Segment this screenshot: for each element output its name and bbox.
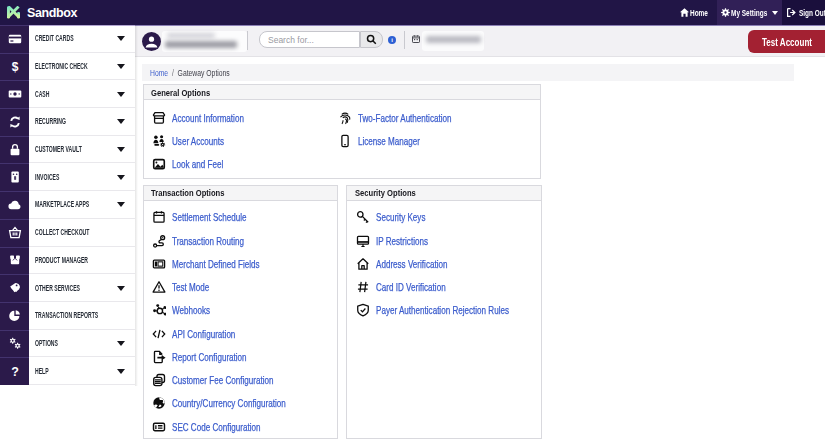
svg-text:?: ? [11,365,19,379]
svg-text:$: $ [11,60,18,74]
